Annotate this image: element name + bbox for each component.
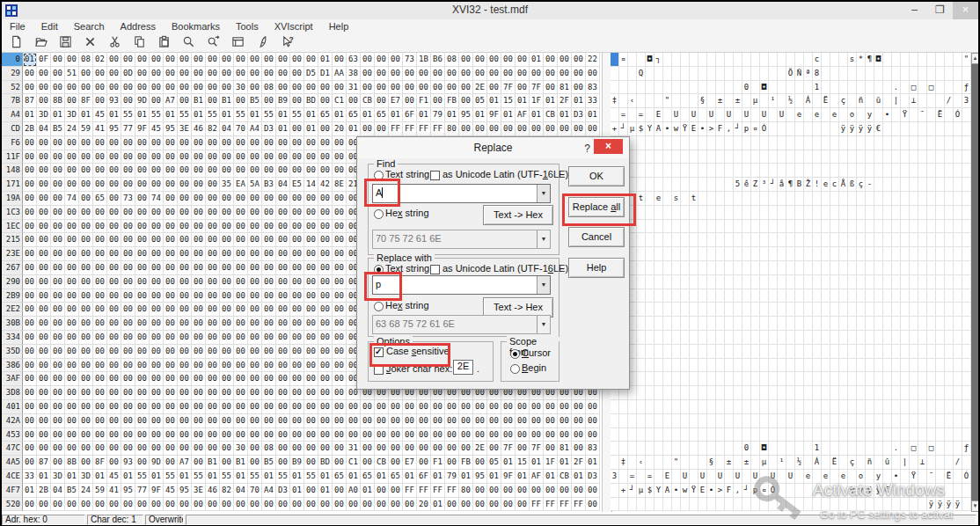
ascii-char-cell[interactable]: ┘ [742,484,751,498]
hex-byte-cell[interactable]: 00 [121,331,135,345]
hex-byte-cell[interactable]: 01 [23,108,37,122]
ascii-char-cell[interactable] [778,247,786,261]
ascii-char-cell[interactable] [698,414,707,428]
ascii-char-cell[interactable] [962,67,971,81]
hex-byte-cell[interactable]: 00 [361,456,375,470]
hex-byte-cell[interactable]: 00 [164,442,178,456]
ascii-char-cell[interactable] [866,359,874,373]
hex-byte-cell[interactable]: 00 [333,53,347,67]
ascii-char-cell[interactable] [655,233,663,247]
ascii-char-cell[interactable] [936,233,945,247]
ascii-char-cell[interactable] [927,136,936,150]
hex-byte-cell[interactable]: CB [558,470,572,484]
toolbar-context-help-button[interactable]: ? [276,35,297,51]
hex-byte-cell[interactable]: 00 [220,331,234,345]
ascii-char-cell[interactable] [945,400,954,414]
ascii-char-cell[interactable]: U [742,108,751,122]
hex-byte-cell[interactable]: 00 [93,331,107,345]
hex-byte-cell[interactable]: 00 [121,303,135,317]
ascii-char-cell[interactable] [910,220,918,234]
menu-item-address[interactable]: Address [113,19,164,34]
hex-byte-cell[interactable]: 55 [304,470,318,484]
hex-byte-cell[interactable]: 00 [23,220,37,234]
ascii-char-cell[interactable] [927,94,936,108]
ascii-char-cell[interactable] [918,470,927,484]
ascii-char-cell[interactable] [892,317,901,331]
hex-byte-cell[interactable]: 00 [164,81,178,95]
ascii-char-cell[interactable] [734,331,742,345]
hex-byte-cell[interactable]: 00 [150,178,164,192]
ascii-char-cell[interactable] [804,53,813,67]
ascii-char-cell[interactable] [681,247,690,261]
hex-byte-cell[interactable]: 00 [23,303,37,317]
ascii-char-cell[interactable] [945,53,954,67]
hex-byte-cell[interactable]: D1 [318,67,333,81]
ascii-char-cell[interactable] [681,261,690,275]
hex-byte-cell[interactable]: 00 [487,498,501,512]
ascii-char-cell[interactable] [769,317,778,331]
hex-byte-cell[interactable]: 00 [333,484,347,498]
ascii-char-cell[interactable] [795,498,804,512]
ascii-char-cell[interactable]: ñ [866,456,874,470]
hex-byte-cell[interactable]: 00 [318,275,333,289]
ascii-char-cell[interactable] [857,220,866,234]
ascii-char-cell[interactable] [839,150,848,164]
ascii-char-cell[interactable] [663,386,672,400]
replace-text-string-label[interactable]: Text string [385,263,429,274]
hex-byte-cell[interactable]: FF [431,484,445,498]
hex-byte-cell[interactable]: 00 [290,206,304,220]
ascii-char-cell[interactable]: 1 [813,442,822,456]
hex-byte-cell[interactable]: 55 [248,470,262,484]
ascii-char-cell[interactable] [945,414,954,428]
ascii-char-cell[interactable] [866,275,874,289]
hex-byte-cell[interactable]: 00 [290,345,304,359]
ascii-char-cell[interactable] [927,331,936,345]
hex-byte-cell[interactable]: 00 [276,386,290,400]
ascii-char-cell[interactable] [663,164,672,178]
ascii-char-cell[interactable]: e [822,178,830,192]
hex-byte-cell[interactable]: 00 [220,164,234,178]
ascii-char-cell[interactable]: Ë [945,470,954,484]
hex-byte-cell[interactable]: 00 [135,303,150,317]
ascii-char-cell[interactable]: $ [637,122,646,136]
hex-byte-cell[interactable]: 00 [501,53,516,67]
hex-byte-cell[interactable]: 00 [558,400,572,414]
hex-byte-cell[interactable]: A4 [262,484,276,498]
ascii-char-cell[interactable] [883,359,892,373]
ascii-char-cell[interactable]: ÿ [839,122,848,136]
hex-byte-cell[interactable]: 63 [347,53,361,67]
hex-byte-cell[interactable]: 38 [347,67,361,81]
ascii-char-cell[interactable] [892,53,901,67]
ascii-char-cell[interactable] [672,317,681,331]
ascii-char-cell[interactable] [874,414,883,428]
hex-byte-cell[interactable]: 00 [361,400,375,414]
hex-byte-cell[interactable]: 00 [262,220,276,234]
ascii-char-cell[interactable] [663,136,672,150]
ascii-char-cell[interactable] [927,359,936,373]
hex-byte-cell[interactable]: 65 [389,470,403,484]
ascii-char-cell[interactable] [892,136,901,150]
hex-byte-cell[interactable]: 8F [79,94,93,108]
ascii-char-cell[interactable] [637,331,646,345]
hex-byte-cell[interactable]: 01 [501,456,516,470]
ascii-char-cell[interactable] [751,192,760,206]
hex-byte-cell[interactable]: 00 [304,150,318,164]
ascii-char-cell[interactable] [690,150,698,164]
hex-byte-cell[interactable]: 00 [192,498,206,512]
hex-byte-cell[interactable]: 01 [107,108,121,122]
hex-byte-cell[interactable]: 00 [276,67,290,81]
ascii-char-cell[interactable] [848,247,857,261]
hex-byte-cell[interactable]: 00 [304,275,318,289]
hex-byte-cell[interactable]: 00 [276,289,290,303]
ascii-char-cell[interactable] [646,136,655,150]
ascii-char-cell[interactable] [637,372,646,386]
hex-byte-cell[interactable]: 00 [79,372,93,386]
ascii-char-cell[interactable] [830,359,839,373]
ascii-char-cell[interactable] [681,220,690,234]
hex-byte-cell[interactable]: 00 [23,386,37,400]
ascii-char-cell[interactable]: û [883,456,892,470]
ascii-char-cell[interactable] [681,178,690,192]
ascii-char-cell[interactable] [822,428,830,442]
hex-byte-cell[interactable]: 01 [23,53,37,67]
hex-byte-cell[interactable]: 00 [530,400,544,414]
